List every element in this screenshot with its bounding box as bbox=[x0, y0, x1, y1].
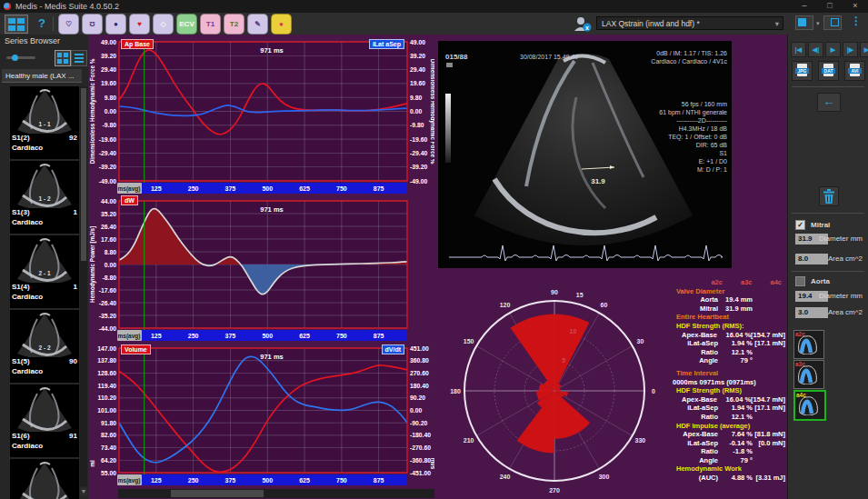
svg-text:30: 30 bbox=[636, 338, 644, 344]
app-icon-ecv[interactable]: ECV bbox=[176, 14, 197, 35]
divider bbox=[792, 271, 864, 272]
series-thumbnail[interactable]: 1 - 1 S1(2) 92 Cardiaco bbox=[10, 86, 79, 159]
app-window: Medis - Medis Suite 4.0.50.2 – □ × ? ♡Ʊ●… bbox=[0, 0, 868, 499]
play-button[interactable]: ▶ bbox=[825, 42, 841, 57]
mitral-area-field[interactable]: 8.0 bbox=[795, 254, 828, 264]
trash-icon bbox=[823, 189, 835, 204]
series-id: S1(5) bbox=[12, 357, 30, 365]
save-view-button[interactable] bbox=[795, 15, 813, 30]
back-button[interactable]: ← bbox=[817, 93, 841, 112]
user-icon[interactable]: x bbox=[573, 15, 593, 32]
hdf-force-chart[interactable]: ms(avg)12525037550062575087549.0039.2029… bbox=[88, 36, 434, 195]
view-thumbnail-a3c[interactable]: a3c bbox=[793, 360, 824, 389]
svg-text:-26.40: -26.40 bbox=[99, 300, 116, 306]
series-thumbnail[interactable] bbox=[10, 459, 79, 499]
results-line: Angle79 ° bbox=[671, 356, 787, 365]
svg-text:210: 210 bbox=[464, 437, 474, 444]
minimize-button[interactable]: – bbox=[792, 0, 817, 13]
hemodynamic-power-chart[interactable]: ms(avg)12525037550062575087544.0035.2026… bbox=[88, 195, 434, 343]
next-frame-button[interactable]: |▶ bbox=[843, 42, 858, 57]
series-badge-dw[interactable]: dW bbox=[121, 195, 138, 205]
svg-text:750: 750 bbox=[336, 185, 347, 192]
aorta-checkbox[interactable] bbox=[795, 276, 805, 286]
kebab-menu-icon[interactable]: ⋮ bbox=[851, 15, 862, 27]
grid-view-button[interactable] bbox=[55, 50, 71, 66]
results-line: HDF Strength (RMS): bbox=[671, 322, 787, 331]
svg-text:9.80: 9.80 bbox=[105, 95, 116, 101]
measurement-value: 31.9 bbox=[591, 177, 605, 185]
workflow-dropdown[interactable]: LAX Qstrain (inwd and hdf) * ▾ bbox=[596, 16, 783, 30]
app-icon-1[interactable]: ♡ bbox=[58, 14, 79, 35]
scrollbar-down-arrow[interactable]: ▼ bbox=[80, 487, 87, 496]
svg-text:S1: S1 bbox=[719, 150, 727, 156]
view-thumbnail-a2c[interactable]: a2c bbox=[793, 330, 824, 359]
view-thumbnail-a4c[interactable]: a4c bbox=[793, 390, 826, 421]
export-avi-button[interactable]: AVI bbox=[844, 61, 865, 81]
series-badge-ap-base[interactable]: Ap Base bbox=[121, 39, 154, 49]
list-view-button[interactable] bbox=[71, 50, 87, 66]
mitral-checkbox[interactable]: ✓ bbox=[795, 220, 805, 230]
results-line: Entire Heartbeat bbox=[671, 313, 787, 322]
chevron-down-icon: ▾ bbox=[775, 17, 779, 31]
last-frame-button[interactable]: ▶| bbox=[860, 42, 868, 57]
delete-button[interactable] bbox=[819, 186, 839, 206]
svg-text:120: 120 bbox=[500, 302, 511, 308]
series-id: S1(3) bbox=[12, 208, 30, 216]
close-button[interactable]: × bbox=[843, 0, 868, 13]
svg-text:137.80: 137.80 bbox=[97, 357, 116, 364]
app-icon-9[interactable]: ✎ bbox=[247, 14, 268, 35]
svg-text:300: 300 bbox=[599, 474, 610, 480]
series-thumbnail[interactable]: 1 - 2 S1(3) 1 Cardiaco bbox=[10, 161, 79, 234]
volume-chart[interactable]: ms(avg)125250375500625750875147.00137.80… bbox=[88, 343, 434, 487]
main-toolbar: ? ♡Ʊ●♥◇ECVT1T2✎● x LAX Qstrain (inwd and… bbox=[0, 13, 868, 35]
svg-text:29.40: 29.40 bbox=[101, 66, 116, 73]
maximize-button[interactable]: □ bbox=[817, 0, 843, 13]
app-icon-10[interactable]: ● bbox=[271, 14, 292, 35]
hdf-polar-chart[interactable]: 030609012015018021024027030033051015 bbox=[434, 276, 678, 499]
svg-text:26.40: 26.40 bbox=[101, 224, 116, 230]
app-icon-4[interactable]: ♥ bbox=[129, 14, 150, 35]
layout-button[interactable] bbox=[5, 15, 28, 34]
series-badge-dvdt[interactable]: dV/dt bbox=[382, 344, 405, 354]
series-badge-volume[interactable]: Volume bbox=[121, 344, 151, 354]
app-icon-5[interactable]: ◇ bbox=[153, 14, 174, 35]
series-badge-ilat-asep[interactable]: iLat aSep bbox=[369, 39, 404, 49]
view-label: a4c bbox=[796, 392, 806, 398]
ultrasound-image[interactable]: 015/88 30/08/2017 15.49.40 0dB / IM: 1.1… bbox=[438, 41, 732, 268]
svg-text:0.00: 0.00 bbox=[410, 108, 422, 115]
svg-text:971 ms: 971 ms bbox=[260, 205, 283, 214]
svg-text:-270.60: -270.60 bbox=[410, 444, 431, 451]
svg-text:180: 180 bbox=[450, 388, 461, 394]
results-line: Angle79 ° bbox=[671, 456, 787, 465]
svg-text:5: 5 bbox=[562, 357, 565, 364]
series-thumbnail[interactable]: S1(6) 91 Cardiaco bbox=[10, 384, 79, 457]
series-thumbnail[interactable]: 2 - 1 S1(4) 1 Cardiaco bbox=[10, 235, 79, 308]
thumbnail-size-slider[interactable] bbox=[6, 56, 35, 59]
hdf-charts-region: ms(avg)12525037550062575087549.0039.2029… bbox=[88, 35, 434, 499]
frame-count: 92 bbox=[69, 134, 77, 142]
svg-text:125: 125 bbox=[151, 477, 162, 484]
svg-text:90: 90 bbox=[551, 289, 558, 295]
export-jpg-button[interactable]: JPG bbox=[792, 61, 813, 81]
app-icon-t1[interactable]: T1 bbox=[200, 14, 221, 35]
svg-text:49.00: 49.00 bbox=[410, 39, 425, 45]
frame-counter: 015/88 bbox=[445, 53, 468, 61]
charts-h-scrollbar[interactable] bbox=[118, 489, 434, 498]
series-thumbnail[interactable]: 2 - 2 S1(5) 90 Cardiaco bbox=[10, 310, 79, 383]
svg-text:----------2D----------: ----------2D---------- bbox=[676, 117, 727, 124]
study-tab[interactable]: Healthy male (LAX ... bbox=[2, 69, 82, 83]
app-icon-2[interactable]: Ʊ bbox=[82, 14, 103, 35]
help-button[interactable]: ? bbox=[35, 15, 49, 32]
app-icon-3[interactable]: ● bbox=[105, 14, 126, 35]
first-frame-button[interactable]: |◀ bbox=[791, 42, 806, 57]
export-dat-button[interactable]: DAT bbox=[818, 61, 839, 81]
prev-frame-button[interactable]: ◀| bbox=[808, 42, 823, 57]
app-icon-t2[interactable]: T2 bbox=[224, 14, 244, 35]
aorta-area-field[interactable]: 3.0 bbox=[795, 307, 828, 318]
chevron-down-icon[interactable]: ▾ bbox=[816, 20, 820, 27]
sidebar-scrollbar[interactable] bbox=[80, 86, 87, 486]
svg-text:500: 500 bbox=[262, 185, 273, 192]
svg-text:270: 270 bbox=[549, 487, 560, 494]
series-modality: Cardiaco bbox=[12, 367, 43, 375]
reset-view-button[interactable] bbox=[823, 15, 842, 30]
